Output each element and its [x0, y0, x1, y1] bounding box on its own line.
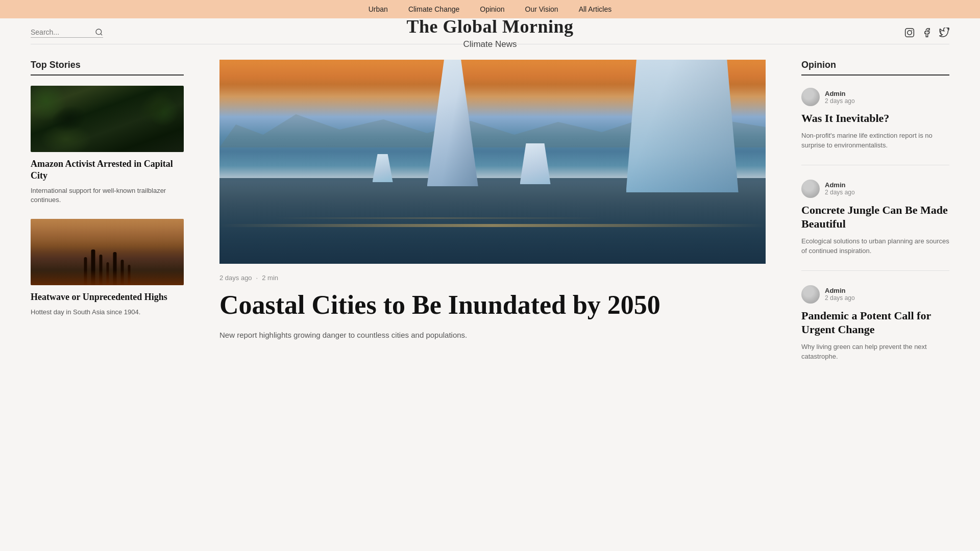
author-name-1: Admin — [825, 181, 855, 189]
right-sidebar: Opinion Admin 2 days ago Was It Inevitab… — [786, 60, 949, 376]
story-desc-amazon: International support for well-known tra… — [31, 186, 184, 205]
story-image-fire — [31, 219, 184, 285]
main-container: Top Stories Amazon Activist Arrested in … — [0, 44, 980, 391]
author-name-0: Admin — [825, 90, 855, 97]
svg-rect-2 — [905, 29, 914, 37]
twitter-icon[interactable] — [939, 28, 949, 38]
article-title: Coastal Cities to Be Inundated by 2050 — [219, 290, 766, 320]
story-desc-heatwave: Hottest day in South Asia since 1904. — [31, 308, 184, 317]
article-time-ago: 2 days ago — [219, 274, 252, 282]
opinion-desc-2: Why living green can help prevent the ne… — [801, 342, 949, 362]
author-date-0: 2 days ago — [825, 97, 855, 105]
article-read-time: 2 min — [262, 274, 278, 282]
opinion-heading: Opinion — [801, 60, 949, 76]
opinion-author-2: Admin 2 days ago — [801, 285, 949, 304]
search-icon — [95, 28, 103, 36]
left-sidebar: Top Stories Amazon Activist Arrested in … — [31, 60, 199, 376]
opinion-author-0: Admin 2 days ago — [801, 88, 949, 106]
search-bar — [31, 28, 103, 38]
article-meta: 2 days ago · 2 min — [219, 274, 766, 282]
svg-point-3 — [908, 31, 912, 35]
author-date-2: 2 days ago — [825, 294, 855, 302]
avatar-2 — [801, 285, 820, 304]
opinion-desc-0: Non-profit's marine life extinction repo… — [801, 131, 949, 151]
author-date-1: 2 days ago — [825, 189, 855, 196]
main-article: 2 days ago · 2 min Coastal Cities to Be … — [199, 60, 786, 376]
svg-point-0 — [96, 29, 102, 35]
site-title: The Global Morning — [406, 16, 573, 37]
nav-opinion[interactable]: Opinion — [480, 5, 504, 13]
nav-all-articles[interactable]: All Articles — [579, 5, 612, 13]
story-card-heatwave[interactable]: Heatwave or Unprecedented Highs Hottest … — [31, 219, 184, 317]
social-icons — [904, 28, 949, 38]
opinion-author-1: Admin 2 days ago — [801, 180, 949, 198]
site-subtitle: Climate News — [406, 39, 573, 49]
opinion-title-2: Pandemic a Potent Call for Urgent Change — [801, 309, 949, 337]
opinion-title-0: Was It Inevitable? — [801, 111, 949, 126]
nav-urban[interactable]: Urban — [369, 5, 388, 13]
author-name-2: Admin — [825, 287, 855, 294]
site-title-block: The Global Morning Climate News — [406, 16, 573, 49]
svg-line-1 — [101, 34, 102, 35]
top-stories-heading: Top Stories — [31, 60, 184, 76]
nav-our-vision[interactable]: Our Vision — [525, 5, 558, 13]
story-card-amazon[interactable]: Amazon Activist Arrested in Capital City… — [31, 86, 184, 205]
main-article-image — [219, 60, 766, 264]
svg-point-4 — [912, 30, 913, 31]
instagram-icon[interactable] — [904, 28, 915, 38]
article-description: New report highlights growing danger to … — [219, 330, 766, 341]
nav-climate-change[interactable]: Climate Change — [408, 5, 459, 13]
site-header: The Global Morning Climate News — [0, 18, 980, 44]
search-input[interactable] — [31, 28, 92, 36]
opinion-title-1: Concrete Jungle Can Be Made Beautiful — [801, 203, 949, 231]
facebook-icon[interactable] — [922, 28, 932, 38]
avatar-1 — [801, 180, 820, 198]
meta-separator: · — [256, 274, 258, 282]
opinion-item-0[interactable]: Admin 2 days ago Was It Inevitable? Non-… — [801, 88, 949, 151]
opinion-item-2[interactable]: Admin 2 days ago Pandemic a Potent Call … — [801, 285, 949, 362]
story-image-jungle — [31, 86, 184, 152]
avatar-0 — [801, 88, 820, 106]
opinion-item-1[interactable]: Admin 2 days ago Concrete Jungle Can Be … — [801, 180, 949, 256]
opinion-desc-1: Ecological solutions to urban planning a… — [801, 236, 949, 256]
story-title-heatwave: Heatwave or Unprecedented Highs — [31, 291, 184, 303]
story-title-amazon: Amazon Activist Arrested in Capital City — [31, 158, 184, 182]
